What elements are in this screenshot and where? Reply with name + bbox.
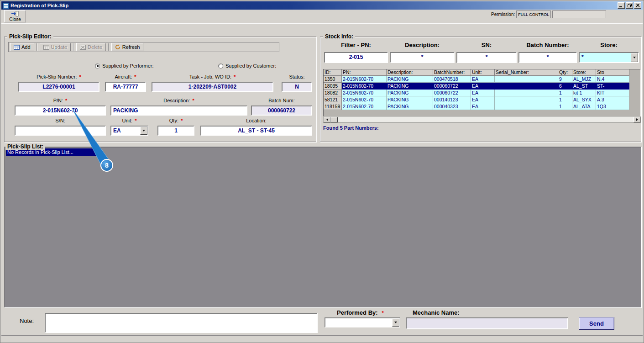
stock-table-cell: AL_ATA bbox=[572, 103, 596, 110]
refresh-button[interactable]: Refresh bbox=[111, 43, 144, 51]
label-text: Description: bbox=[163, 98, 190, 103]
add-button[interactable]: Add bbox=[10, 43, 34, 51]
restore-icon bbox=[628, 4, 632, 8]
stock-table-cell: PACKING bbox=[387, 76, 433, 83]
store-filter-value: * bbox=[580, 53, 631, 62]
column-header-4[interactable]: Unit: bbox=[471, 69, 495, 76]
stock-table-cell: N.4 bbox=[596, 76, 629, 83]
window-title: Registration of Pick-Slip bbox=[10, 3, 617, 8]
required-marker: * bbox=[234, 74, 236, 79]
stock-table-hscrollbar[interactable] bbox=[323, 116, 641, 123]
stock-table-row-3[interactable]: 581212-015N602-70PACKING000140123EA1AL_S… bbox=[324, 96, 640, 103]
pick-slip-number-field[interactable]: L2276-00001 bbox=[18, 82, 99, 92]
batch-label: Batch Num: bbox=[251, 98, 312, 103]
found-count-label: Found 5 Part Numbers: bbox=[323, 125, 379, 131]
radio-supplied-by-performer[interactable]: Supplied by Performer: bbox=[95, 63, 154, 69]
close-window-button[interactable] bbox=[634, 2, 641, 9]
radio-checked-icon bbox=[95, 63, 100, 69]
toolbar-separator bbox=[73, 43, 74, 51]
minimize-icon bbox=[619, 4, 623, 8]
status-field[interactable]: N bbox=[282, 82, 312, 92]
note-input[interactable] bbox=[45, 313, 318, 333]
stock-table-cell: EA bbox=[471, 96, 495, 103]
pn-field[interactable]: 2-015N602-70 bbox=[15, 106, 106, 116]
stock-table-cell: 1 bbox=[558, 103, 572, 110]
refresh-button-label: Refresh bbox=[122, 44, 140, 50]
required-marker: * bbox=[382, 310, 384, 316]
stock-table-cell bbox=[495, 96, 558, 103]
stock-table-cell: 000060722 bbox=[433, 90, 471, 96]
column-header-3[interactable]: BatchNumber: bbox=[433, 69, 471, 76]
stock-table-cell: kit 1 bbox=[572, 90, 596, 96]
filter-batch-input[interactable]: * bbox=[518, 52, 577, 63]
description-field[interactable]: PACKING bbox=[110, 106, 247, 116]
required-marker: * bbox=[135, 118, 136, 123]
delete-button[interactable]: Delete bbox=[76, 43, 106, 51]
pick-slip-list-group: Pick-Slip List: No Records in Pick-Slip … bbox=[4, 147, 641, 307]
permission-area: Permission: FULL CONTROL bbox=[491, 11, 606, 18]
aircraft-field[interactable]: RA-77777 bbox=[105, 82, 146, 92]
stock-table-cell: 2-015N602-70 bbox=[342, 96, 387, 103]
scroll-right-button[interactable] bbox=[634, 117, 640, 122]
filter-store-select[interactable]: * bbox=[579, 52, 639, 63]
stock-table-row-2[interactable]: 180822-015N602-70PACKING000060722EA1kit … bbox=[324, 90, 640, 96]
note-label: Note: bbox=[20, 317, 34, 324]
filter-pn-label: Filter - PN: bbox=[324, 42, 388, 48]
stock-table-cell: PACKING bbox=[387, 90, 433, 96]
list-group-title: Pick-Slip List: bbox=[5, 143, 45, 150]
stock-table-cell: AL_SYX bbox=[572, 96, 596, 103]
dropdown-arrow-icon[interactable] bbox=[140, 127, 147, 135]
mechanic-name-input[interactable] bbox=[406, 317, 568, 329]
column-header-0[interactable]: ID: bbox=[324, 69, 342, 76]
task-label: Task - Job, WO ID:* bbox=[152, 74, 273, 79]
send-button[interactable]: Send bbox=[579, 317, 614, 330]
stock-table-cell: KIT bbox=[596, 90, 629, 96]
column-header-7[interactable]: Store: bbox=[572, 69, 596, 76]
task-field[interactable]: 1-202209-AST0002 bbox=[152, 82, 273, 92]
close-button-label: Close bbox=[9, 17, 21, 22]
column-header-1[interactable]: PN: bbox=[342, 69, 387, 76]
column-header-2[interactable]: Description: bbox=[387, 69, 433, 76]
stock-table-row-0[interactable]: 13502-015N602-70PACKING000470518EA9AL_MJ… bbox=[324, 76, 640, 83]
stock-table-cell: PACKING bbox=[387, 83, 433, 90]
sn-field[interactable] bbox=[15, 126, 106, 136]
close-button[interactable]: Close bbox=[4, 10, 26, 22]
toolbar-separator bbox=[108, 43, 109, 51]
filter-pn-input[interactable]: 2-015 bbox=[324, 52, 388, 63]
stock-table-header: ID:PN:Description:BatchNumber:Unit:Seria… bbox=[324, 69, 640, 76]
stock-info-group: Stock Info: Filter - PN: Description: SN… bbox=[320, 37, 641, 142]
stock-table-cell: EA bbox=[471, 103, 495, 110]
radio-unchecked-icon bbox=[218, 63, 223, 69]
column-header-6[interactable]: Qty: bbox=[558, 69, 572, 76]
filter-batch-label: Batch Number: bbox=[518, 42, 577, 48]
unit-select[interactable]: EA bbox=[110, 126, 148, 136]
performed-by-select[interactable] bbox=[325, 317, 400, 327]
filter-description-input[interactable]: * bbox=[390, 52, 455, 63]
column-header-8[interactable]: Sto bbox=[596, 69, 629, 76]
stock-table-cell: AL_MJZ bbox=[572, 76, 596, 83]
column-header-5[interactable]: Serial_Number: bbox=[495, 69, 558, 76]
restore-button[interactable] bbox=[626, 2, 633, 9]
minimize-button[interactable] bbox=[618, 2, 625, 9]
update-button[interactable]: Update bbox=[40, 43, 71, 51]
stock-table-row-4[interactable]: 1181592-015N602-70PACKING000040323EA1AL_… bbox=[324, 103, 640, 110]
stock-table-cell: 18082 bbox=[324, 90, 342, 96]
stock-table-cell bbox=[495, 90, 558, 96]
dropdown-arrow-icon[interactable] bbox=[392, 318, 399, 327]
scroll-right-icon bbox=[636, 118, 638, 121]
dropdown-arrow-icon[interactable] bbox=[631, 53, 638, 62]
pick-slip-editor-group: Pick-Slip Editor: Add Update Delete Refr… bbox=[4, 37, 316, 142]
stock-table-row-1[interactable]: 180352-015N602-70PACKING000060722EA6AL_S… bbox=[324, 83, 640, 90]
required-marker: * bbox=[65, 98, 67, 103]
filter-sn-input[interactable]: * bbox=[456, 52, 517, 63]
label-text: Qty: bbox=[169, 118, 178, 123]
update-icon bbox=[43, 45, 49, 50]
batch-field[interactable]: 000060722 bbox=[251, 106, 312, 116]
scrollbar-thumb[interactable] bbox=[330, 117, 338, 122]
permission-extra-field bbox=[552, 11, 606, 18]
label-text: Performed By: bbox=[337, 309, 378, 316]
radio-supplied-by-customer[interactable]: Supplied by Customer: bbox=[218, 63, 276, 69]
scroll-left-button[interactable] bbox=[324, 117, 330, 122]
qty-field[interactable]: 1 bbox=[157, 126, 194, 136]
location-field[interactable]: AL_ST - ST-45 bbox=[200, 126, 312, 136]
